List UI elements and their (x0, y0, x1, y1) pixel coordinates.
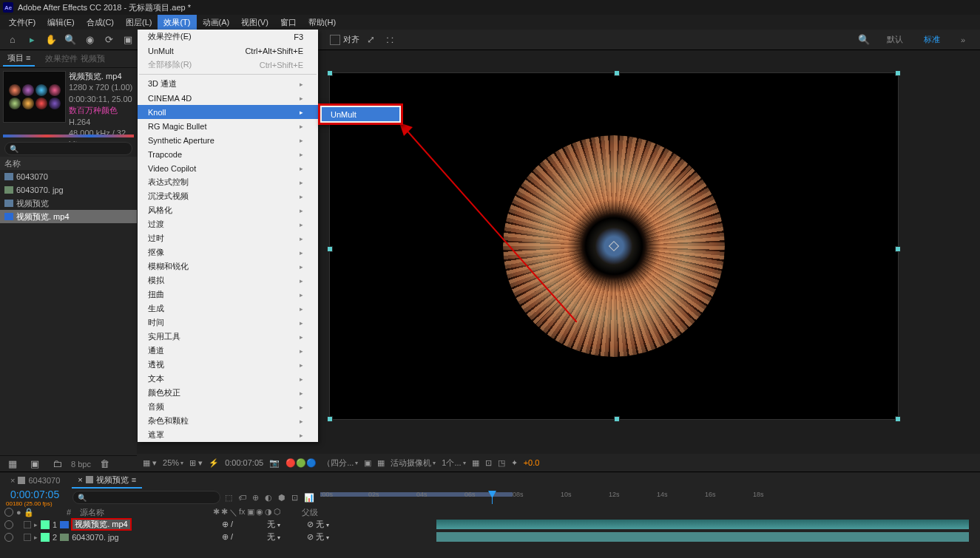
menu-item-obsolete[interactable]: 过时▸ (138, 231, 318, 245)
visibility-toggle[interactable] (4, 520, 13, 529)
workspace-standard[interactable]: 标准 (918, 33, 946, 47)
menu-item-simulation[interactable]: 模拟▸ (138, 273, 318, 287)
snap-opt1-icon[interactable]: ⤢ (362, 32, 379, 48)
layer-clip[interactable] (436, 520, 969, 529)
tab-project[interactable]: 项目 ≡ (3, 51, 35, 67)
snap-checkbox[interactable] (330, 35, 340, 45)
layer-color[interactable] (41, 520, 50, 529)
fast-preview-icon[interactable]: ⚡ (209, 458, 219, 468)
layer-name[interactable]: 6043070. jpg (72, 533, 119, 542)
col-parent[interactable]: 父级 (302, 507, 428, 518)
menu-item-audio[interactable]: 音频▸ (138, 400, 318, 414)
menu-effect[interactable]: 效果(T) (158, 15, 196, 30)
zoom-tool-icon[interactable]: 🔍 (62, 32, 78, 48)
blend-mode-dropdown[interactable]: 无 ▾ (267, 531, 280, 542)
menu-item-utility[interactable]: 实用工具▸ (138, 330, 318, 344)
parent-dropdown[interactable]: ⊘ 无 ▾ (307, 519, 329, 530)
camera-tool-icon[interactable]: ▣ (120, 32, 136, 48)
comp-canvas[interactable] (329, 72, 899, 420)
trash-icon[interactable]: 🗑 (97, 456, 113, 472)
menu-item-remove-all[interactable]: 全部移除(R)Ctrl+Shift+E (138, 58, 318, 72)
layer-row[interactable]: ▸ 2 6043070. jpg ⊕ / 无 ▾ ⊘ 无 ▾ (0, 531, 980, 543)
timecode-display[interactable]: 0:00:07:05 (4, 489, 68, 500)
zoom-dropdown[interactable]: 25% ▾ (163, 458, 183, 467)
snap-opt2-icon[interactable]: ⸬ (382, 32, 398, 48)
menu-item-time[interactable]: 时间▸ (138, 316, 318, 330)
visibility-toggle[interactable] (4, 533, 13, 542)
orbit-tool-icon[interactable]: ◉ (81, 32, 98, 48)
tl-icon-3[interactable]: ⊕ (252, 493, 259, 503)
tl-icon-4[interactable]: ◐ (265, 493, 272, 503)
menu-item-immersive[interactable]: 沉浸式视频▸ (138, 189, 318, 203)
menu-item-video-copilot[interactable]: Video Copilot▸ (138, 161, 318, 175)
tl-icon-5[interactable]: ⬢ (278, 493, 285, 503)
playhead[interactable] (492, 491, 493, 504)
view-opt2-icon[interactable]: ⊡ (485, 458, 492, 468)
menu-item-color-correction[interactable]: 颜色校正▸ (138, 386, 318, 400)
layer-name-selected[interactable]: 视频预览. mp4 (72, 519, 131, 530)
asset-row[interactable]: 6043070. jpg (0, 183, 137, 197)
asset-row-selected[interactable]: 视频预览. mp4 (0, 210, 137, 223)
layer-row[interactable]: ▸ 1 视频预览. mp4 ⊕ / 无 ▾ ⊘ 无 ▾ (0, 518, 980, 531)
col-source[interactable]: 源名称 (80, 507, 213, 518)
asset-row[interactable]: 6043070 (0, 170, 137, 183)
region-icon[interactable]: ▣ (364, 458, 371, 468)
snapshot-icon[interactable]: 📷 (269, 458, 280, 468)
timeline-tab-active[interactable]: × 视频预览 ≡ (72, 473, 142, 489)
tl-icon-6[interactable]: ⊡ (291, 493, 298, 503)
menu-edit[interactable]: 编辑(E) (41, 15, 81, 30)
menu-item-rg-magic-bullet[interactable]: RG Magic Bullet▸ (138, 119, 318, 133)
channel-icon[interactable]: 🔴🟢🔵 (285, 458, 317, 468)
rotate-tool-icon[interactable]: ⟳ (101, 32, 117, 48)
column-header-name[interactable]: 名称 (0, 157, 137, 170)
menu-item-3d-channel[interactable]: 3D 通道▸ (138, 77, 318, 91)
menu-item-knoll[interactable]: Knoll▸ (138, 105, 318, 119)
view-opt1-icon[interactable]: ▦ (472, 458, 479, 468)
tl-icon-7[interactable]: 📊 (304, 493, 314, 503)
res-dropdown[interactable]: ⊞ ▾ (189, 458, 203, 468)
search-help-icon[interactable]: 🔍 (856, 32, 872, 48)
menu-window[interactable]: 窗口 (274, 15, 303, 30)
timeline-search-input[interactable]: 🔍 (72, 491, 220, 504)
workspace-more[interactable]: » (955, 34, 971, 46)
menu-item-blur[interactable]: 模糊和锐化▸ (138, 259, 318, 273)
menu-item-last-effect[interactable]: UnMultCtrl+Alt+Shift+E (138, 44, 318, 58)
tl-icon-1[interactable]: ⬚ (225, 493, 232, 503)
menu-item-perspective[interactable]: 透视▸ (138, 358, 318, 372)
menu-help[interactable]: 帮助(H) (303, 15, 342, 30)
new-comp-icon[interactable]: ▣ (27, 456, 43, 472)
menu-item-noise[interactable]: 杂色和颗粒▸ (138, 414, 318, 428)
submenu-item-unmult[interactable]: UnMult (322, 107, 399, 121)
new-folder-icon[interactable]: 🗀 (49, 456, 65, 472)
menu-item-transition[interactable]: 过渡▸ (138, 217, 318, 231)
layer-color[interactable] (41, 533, 50, 542)
menu-view[interactable]: 视图(V) (235, 15, 274, 30)
menu-item-keying[interactable]: 抠像▸ (138, 245, 318, 259)
exposure-value[interactable]: +0.0 (524, 458, 540, 467)
transparency-icon[interactable]: ▦ (377, 458, 385, 468)
views-dropdown[interactable]: 1个... ▾ (442, 457, 465, 469)
menu-item-text[interactable]: 文本▸ (138, 372, 318, 386)
camera-dropdown[interactable]: 活动摄像机 ▾ (391, 457, 436, 469)
menu-animation[interactable]: 动画(A) (197, 15, 236, 30)
home-icon[interactable]: ⌂ (4, 32, 21, 48)
view-opt4-icon[interactable]: ✦ (511, 458, 518, 468)
bpc-label[interactable]: 8 bpc (71, 460, 91, 469)
quality-dropdown[interactable]: （四分... ▾ (322, 457, 358, 469)
menu-item-stylize[interactable]: 风格化▸ (138, 203, 318, 217)
tl-icon-2[interactable]: 🏷 (238, 493, 246, 503)
parent-dropdown[interactable]: ⊘ 无 ▾ (307, 531, 329, 542)
menu-item-synthetic-aperture[interactable]: Synthetic Aperture▸ (138, 133, 318, 147)
menu-file[interactable]: 文件(F) (3, 15, 41, 30)
view-opt3-icon[interactable]: ◳ (498, 458, 505, 468)
menu-item-channel[interactable]: 通道▸ (138, 344, 318, 358)
selection-tool-icon[interactable]: ▸ (24, 32, 40, 48)
layer-clip[interactable] (436, 532, 969, 542)
menu-item-matte[interactable]: 遮罩▸ (138, 428, 318, 442)
tab-effects-controls[interactable]: 效果控件 视频预 (41, 52, 109, 66)
project-search-input[interactable]: 🔍 (4, 142, 132, 155)
hand-tool-icon[interactable]: ✋ (43, 32, 59, 48)
menu-item-effect-controls[interactable]: 效果控件(E)F3 (138, 30, 318, 44)
magnify-icon[interactable]: ▦ ▾ (143, 458, 157, 468)
menu-layer[interactable]: 图层(L) (120, 15, 158, 30)
